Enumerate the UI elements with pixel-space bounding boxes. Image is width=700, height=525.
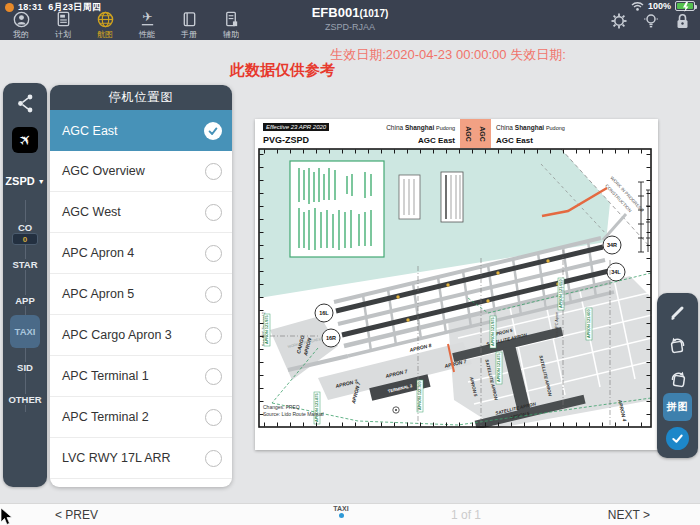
svg-text:✈: ✈ xyxy=(142,11,152,24)
chart-list-item[interactable]: AGC Overview xyxy=(50,151,232,192)
tab-manuals[interactable]: 手册 xyxy=(168,11,210,40)
category-other[interactable]: OTHER xyxy=(3,394,47,405)
mouse-cursor xyxy=(0,508,14,525)
chart-item-label: APC Terminal 1 xyxy=(62,369,149,383)
chart-page[interactable]: Effective 23 APR 2020 PVG-ZSPD China Sha… xyxy=(255,119,658,450)
tab-charts[interactable]: 航图 xyxy=(84,11,126,40)
mode-label: TAXI xyxy=(326,505,356,512)
chart-list-item[interactable]: APC Terminal 1 xyxy=(50,356,232,397)
radio-unselected-icon xyxy=(205,450,222,467)
tab-my[interactable]: 我的 xyxy=(0,11,42,40)
rotate-right-tool[interactable] xyxy=(657,369,698,391)
utilities-icon xyxy=(223,11,240,28)
chart-effective-date: Effective 23 APR 2020 xyxy=(263,123,329,131)
category-co[interactable]: CO xyxy=(3,222,47,233)
tab-my-label: 我的 xyxy=(13,29,29,40)
radio-unselected-icon xyxy=(205,204,222,221)
chart-list-item[interactable]: APC Apron 4 xyxy=(50,233,232,274)
tab-text: AGC xyxy=(465,126,472,142)
annotation-toolbar: 拼图 xyxy=(657,293,698,458)
chart-item-label: AGC Overview xyxy=(62,164,145,178)
chart-name-right: AGC East xyxy=(496,136,533,145)
rotate-right-icon xyxy=(667,369,689,391)
chart-list-item[interactable]: LVC RWY 17L ARR xyxy=(50,438,232,479)
radio-unselected-icon xyxy=(205,368,222,385)
bottom-bar: < PREV TAXI 1 of 1 NEXT > xyxy=(0,503,700,525)
left-rail: ✈ ZSPD ▼ CO 0 STAR APP TAXI SID OTHER xyxy=(3,83,47,487)
topbar-actions xyxy=(611,13,690,29)
chart-item-label: APC Apron 4 xyxy=(62,246,134,260)
radio-unselected-icon xyxy=(205,163,222,180)
ofp-document-icon xyxy=(55,11,72,28)
tab-performance[interactable]: ✈ 性能 xyxy=(126,11,168,40)
wifi-icon xyxy=(631,1,644,11)
main-nav-tabs: 我的 计划 航图 xyxy=(0,11,252,40)
airplane-icon: ✈ xyxy=(139,11,156,28)
tab-utilities-label: 辅助 xyxy=(223,29,239,40)
brightness-bulb-icon[interactable] xyxy=(643,13,659,29)
svg-text:APRON 121.975: APRON 121.975 xyxy=(265,316,269,345)
confirm-button[interactable] xyxy=(666,427,689,450)
lock-icon[interactable] xyxy=(675,13,690,29)
flight-number: (1017) xyxy=(359,8,388,19)
data-disclaimer: 此数据仅供参考 xyxy=(230,61,335,80)
check-icon xyxy=(671,432,684,445)
airplane-icon: ✈ xyxy=(11,126,38,153)
chart-item-label: AGC East xyxy=(62,124,118,138)
prev-button[interactable]: < PREV xyxy=(55,508,98,522)
share-button[interactable] xyxy=(16,93,35,118)
tab-plan[interactable]: 计划 xyxy=(42,11,84,40)
category-taxi-active[interactable]: TAXI xyxy=(10,315,40,348)
category-sid[interactable]: SID xyxy=(3,362,47,373)
tab-plan-label: 计划 xyxy=(55,29,71,40)
airport-diagram[interactable]: WORK IN PROGRESS CONSTRUCTION xyxy=(258,148,652,428)
svg-text:34R: 34R xyxy=(607,242,617,248)
chart-item-label: APC Cargo Apron 3 xyxy=(62,328,172,342)
category-app[interactable]: APP xyxy=(3,295,47,306)
pencil-icon xyxy=(668,302,688,322)
tab-utilities[interactable]: 辅助 xyxy=(210,11,252,40)
globe-chart-icon xyxy=(97,11,114,28)
next-button[interactable]: NEXT > xyxy=(608,508,650,522)
svg-text:16R: 16R xyxy=(326,335,336,341)
person-icon xyxy=(13,11,30,28)
page-mode-indicator: TAXI xyxy=(326,505,356,518)
mosaic-button[interactable]: 拼图 xyxy=(663,393,692,421)
aircraft-mode-button[interactable]: ✈ xyxy=(12,127,38,153)
chart-list-item[interactable]: APC Cargo Apron 3 xyxy=(50,315,232,356)
svg-text:APRON 121.875: APRON 121.875 xyxy=(315,394,319,423)
chart-route-code: PVG-ZSPD xyxy=(263,135,309,145)
chart-list-panel: 停机位置图 AGC East AGC Overview AGC West APC… xyxy=(50,85,232,487)
chart-changes: Changes: FREQ xyxy=(263,404,300,410)
chart-item-label: LVC RWY 17L ARR xyxy=(62,451,171,465)
tab-text: AGC xyxy=(479,126,486,142)
chart-city-left: China Shanghai Pudong xyxy=(386,124,455,131)
chart-list-item[interactable]: APC Terminal 2 xyxy=(50,397,232,438)
see-apc-apron: See APC Apron xyxy=(555,312,559,338)
frequency-info-box xyxy=(290,161,384,257)
tab-performance-label: 性能 xyxy=(139,29,155,40)
rotate-left-tool[interactable] xyxy=(657,335,698,357)
chart-city-right: China Shanghai Pudong xyxy=(496,124,565,131)
radio-unselected-icon xyxy=(205,286,222,303)
svg-text:APRON 122.700: APRON 122.700 xyxy=(418,382,422,411)
airport-code: ZSPD xyxy=(5,175,34,187)
category-star[interactable]: STAR xyxy=(3,259,47,270)
settings-gear-icon[interactable] xyxy=(611,13,627,29)
efb-app-screen: 18:31 6月23日周四 100% 我的 xyxy=(0,0,700,525)
circled-symbol xyxy=(393,407,399,413)
chart-list-item-selected[interactable]: AGC East xyxy=(50,110,232,151)
chart-list-title: 停机位置图 xyxy=(50,85,232,110)
flight-route: ZSPD-RJAA xyxy=(250,22,450,32)
chart-list-item[interactable]: AGC West xyxy=(50,192,232,233)
radio-unselected-icon xyxy=(205,409,222,426)
airport-selector[interactable]: ZSPD ▼ xyxy=(3,175,47,187)
chart-list-item[interactable]: APC Apron 5 xyxy=(50,274,232,315)
chart-index-tab[interactable]: AGC AGC xyxy=(460,119,491,148)
radio-unselected-icon xyxy=(205,327,222,344)
co-count-badge: 0 xyxy=(12,233,38,245)
radio-unselected-icon xyxy=(205,245,222,262)
pencil-tool[interactable] xyxy=(657,302,698,322)
svg-text:16L: 16L xyxy=(319,310,329,316)
svg-text:34L: 34L xyxy=(611,269,621,275)
